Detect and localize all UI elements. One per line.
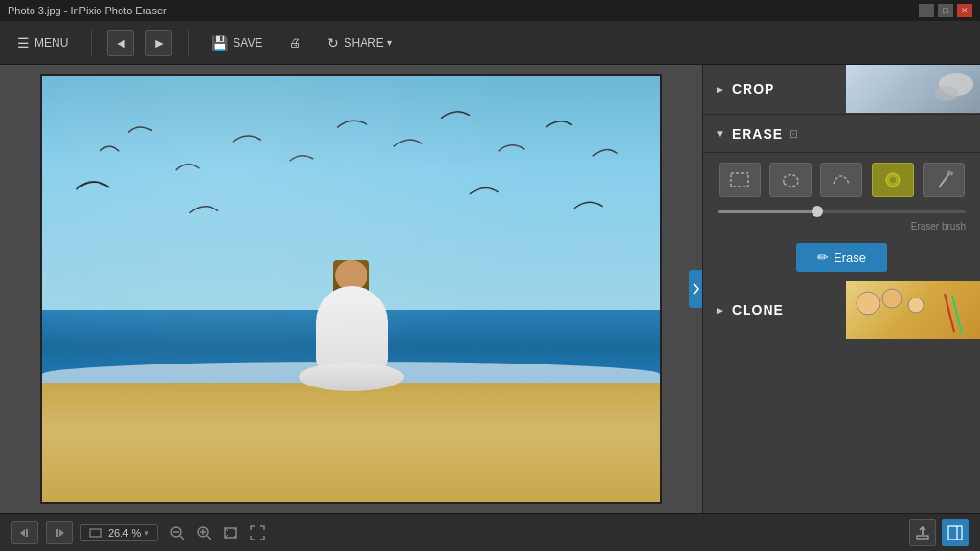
right-panel: ► CROP ▼ ERASE ⊡ xyxy=(702,65,980,513)
svg-rect-15 xyxy=(56,529,58,537)
upload-button[interactable] xyxy=(909,519,936,546)
chevron-right-icon xyxy=(692,282,700,296)
svg-marker-12 xyxy=(20,529,25,537)
fullscreen-button[interactable] xyxy=(246,521,269,544)
svg-point-8 xyxy=(882,289,902,308)
zoom-value: 26.4 % xyxy=(108,527,141,539)
crop-arrow: ► xyxy=(715,84,724,95)
save-button[interactable]: 💾 SAVE xyxy=(204,32,270,55)
erase-section: ▼ ERASE ⊡ xyxy=(703,115,980,281)
brush-select-tool[interactable] xyxy=(820,163,862,197)
svg-rect-2 xyxy=(731,173,748,187)
save-label: SAVE xyxy=(233,36,262,50)
tool-row xyxy=(703,153,980,207)
svg-point-4 xyxy=(890,177,896,183)
app-title: Photo 3.jpg - InPixio Photo Eraser xyxy=(8,5,167,16)
prev-frame-button[interactable] xyxy=(11,521,38,544)
save-icon: 💾 xyxy=(212,35,228,51)
precision-brush-tool[interactable] xyxy=(923,163,965,197)
brush-select-icon xyxy=(831,171,852,188)
print-button[interactable]: 🖨 xyxy=(281,33,308,54)
share-button[interactable]: ↻ SHARE ▾ xyxy=(320,32,400,55)
menu-button[interactable]: ☰ MENU xyxy=(10,32,76,55)
next-arrow-icon xyxy=(53,527,66,539)
share-icon: ↻ xyxy=(327,35,339,51)
svg-rect-25 xyxy=(917,536,928,539)
zoom-dropdown-arrow: ▾ xyxy=(145,528,149,538)
erase-settings-icon[interactable]: ⊡ xyxy=(789,127,798,141)
zoom-out-button[interactable] xyxy=(166,521,189,544)
svg-line-18 xyxy=(180,536,184,540)
hamburger-icon: ☰ xyxy=(17,35,30,51)
next-frame-button[interactable] xyxy=(46,521,73,544)
forward-button[interactable]: ► xyxy=(145,30,172,56)
lasso-select-tool[interactable] xyxy=(769,163,812,197)
main-layout: ► CROP ▼ ERASE ⊡ xyxy=(0,65,980,513)
brush-size-slider-row xyxy=(703,207,980,221)
erase-title: ERASE xyxy=(732,126,783,142)
print-icon: 🖨 xyxy=(289,36,301,50)
precision-icon xyxy=(933,170,954,189)
close-button[interactable]: ✕ xyxy=(957,4,972,17)
lasso-icon xyxy=(780,171,801,188)
rect-select-tool[interactable] xyxy=(719,163,761,197)
panel-icon xyxy=(947,525,963,540)
tool-hint: Eraser brush xyxy=(703,221,980,237)
right-panel-expand-button[interactable] xyxy=(689,270,702,308)
window-controls: ─ □ ✕ xyxy=(919,4,972,17)
crop-title: CROP xyxy=(732,81,774,97)
maximize-button[interactable]: □ xyxy=(938,4,953,17)
svg-point-7 xyxy=(857,292,880,315)
zoom-in-button[interactable] xyxy=(192,521,215,544)
toolbar-separator-1 xyxy=(91,30,92,56)
zoom-display-button[interactable]: 26.4 % ▾ xyxy=(80,524,158,541)
clone-arrow: ► xyxy=(715,305,724,316)
rect-select-icon xyxy=(729,171,750,188)
title-bar: Photo 3.jpg - InPixio Photo Eraser ─ □ ✕ xyxy=(0,0,980,21)
back-button[interactable]: ◄ xyxy=(107,30,134,56)
erase-btn-label: Erase xyxy=(834,251,866,265)
crop-section: ► CROP xyxy=(703,65,980,115)
erase-arrow: ▼ xyxy=(715,128,724,139)
erase-btn-icon: ✏ xyxy=(817,250,829,265)
svg-point-9 xyxy=(908,298,924,313)
fit-to-window-button[interactable] xyxy=(219,521,242,544)
minimize-button[interactable]: ─ xyxy=(919,4,934,17)
fit-icon xyxy=(222,524,239,541)
svg-line-21 xyxy=(207,536,211,540)
frame-icon xyxy=(89,527,102,539)
svg-point-1 xyxy=(935,86,958,101)
canvas-area[interactable] xyxy=(0,65,702,513)
brush-size-slider[interactable] xyxy=(718,210,966,213)
share-label: SHARE ▾ xyxy=(344,36,392,50)
crop-header[interactable]: ► CROP xyxy=(703,65,980,113)
svg-rect-16 xyxy=(90,529,101,537)
erase-action-button[interactable]: ✏ Erase xyxy=(796,243,887,272)
zoom-in-icon xyxy=(195,524,212,541)
svg-rect-27 xyxy=(948,526,962,540)
toolbar-separator-2 xyxy=(188,30,189,56)
erase-btn-row: ✏ Erase xyxy=(703,237,980,281)
upload-icon xyxy=(915,525,930,540)
erase-header[interactable]: ▼ ERASE ⊡ xyxy=(703,115,980,153)
prev-arrow-icon xyxy=(18,527,32,539)
photo-overlay xyxy=(42,76,660,502)
panel-toggle-button[interactable] xyxy=(942,519,969,546)
photo-canvas xyxy=(40,74,662,504)
bottom-bar: 26.4 % ▾ xyxy=(0,513,980,551)
expand-icon xyxy=(249,524,266,541)
slider-thumb[interactable] xyxy=(812,206,823,217)
eraser-icon xyxy=(882,170,903,189)
eraser-brush-tool[interactable] xyxy=(872,163,914,197)
clone-title: CLONE xyxy=(732,302,784,318)
svg-marker-14 xyxy=(59,529,64,537)
main-toolbar: ☰ MENU ◄ ► 💾 SAVE 🖨 ↻ SHARE ▾ xyxy=(0,21,980,65)
clone-section: ► CLONE xyxy=(703,281,980,513)
clone-header[interactable]: ► CLONE xyxy=(703,281,980,339)
zoom-out-icon xyxy=(168,524,186,541)
bottom-right-buttons xyxy=(909,519,969,546)
menu-label: MENU xyxy=(34,36,68,50)
zoom-controls xyxy=(166,521,269,544)
svg-rect-13 xyxy=(26,529,28,537)
